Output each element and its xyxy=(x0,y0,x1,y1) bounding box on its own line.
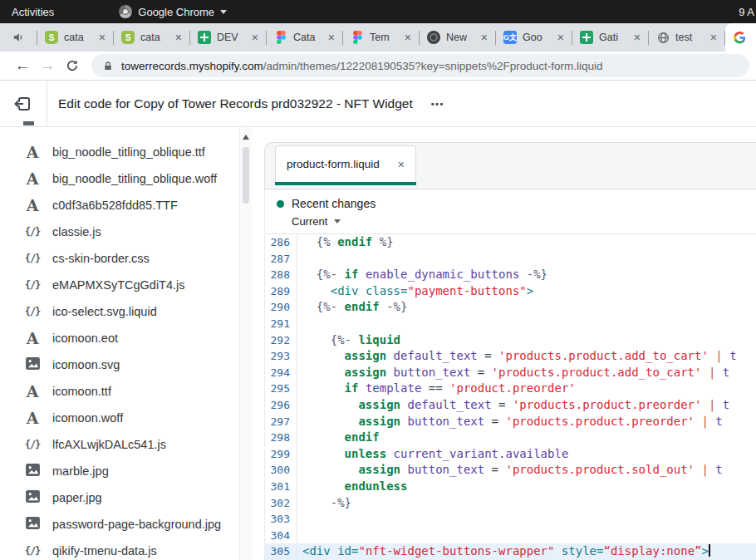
file-list-item[interactable]: marble.jpg xyxy=(0,458,252,484)
scroll-up-arrow-icon[interactable] xyxy=(243,135,249,140)
tab-close-button[interactable]: × xyxy=(710,32,717,43)
code-line[interactable]: 296 assign default_text = 'products.prod… xyxy=(265,397,756,414)
back-button[interactable]: ← xyxy=(10,53,35,78)
code-line-text[interactable]: {% endif %} xyxy=(297,234,756,251)
code-line[interactable]: 295 if template == 'product.preorder' xyxy=(265,381,756,397)
file-name: icomoon.woff xyxy=(52,411,123,425)
tab-close-button[interactable]: × xyxy=(481,32,488,43)
speaker-icon xyxy=(12,32,24,43)
google-favicon-icon xyxy=(733,31,746,44)
code-line[interactable]: 300 assign button_text = 'products.produ… xyxy=(265,462,756,479)
file-list-item[interactable]: paper.jpg xyxy=(0,484,252,511)
browser-tab-strip: S cata × S xyxy=(0,23,756,52)
browser-tab[interactable]: DEV × xyxy=(190,23,266,52)
code-line[interactable]: 293 assign default_text = 'products.prod… xyxy=(265,348,756,365)
file-list-item[interactable]: {/} ico-select.svg.liquid xyxy=(0,298,252,325)
code-line-text[interactable]: assign default_text = 'products.product.… xyxy=(297,397,756,414)
tab-close-button[interactable]: × xyxy=(175,32,182,43)
file-list-item[interactable]: A big_noodle_titling_oblique.woff xyxy=(0,165,252,192)
tab-close-button[interactable]: × xyxy=(252,32,258,43)
code-line-text[interactable]: <div class="payment-buttons"> xyxy=(297,283,756,300)
exit-code-editor-button[interactable] xyxy=(10,91,35,116)
sidebar-scrollbar[interactable] xyxy=(239,127,252,560)
code-line-text[interactable]: {%- liquid xyxy=(297,332,756,349)
file-list-item[interactable]: {/} classie.js xyxy=(0,219,252,245)
code-line[interactable]: 298 endif xyxy=(265,430,756,446)
code-line-text[interactable] xyxy=(297,528,756,544)
code-line-text[interactable]: {%- if enable_dynamic_buttons -%} xyxy=(297,267,756,283)
code-line-text[interactable] xyxy=(297,511,756,528)
code-line-text[interactable]: endunless xyxy=(297,479,756,495)
browser-tab[interactable]: × xyxy=(725,23,756,52)
file-list-item[interactable]: A icomoon.woff xyxy=(0,405,252,431)
file-list-item[interactable]: password-page-background.jpg xyxy=(0,511,252,538)
code-line[interactable]: 286 {% endif %} xyxy=(265,234,756,251)
tab-close-button[interactable]: × xyxy=(99,32,106,43)
code-line[interactable]: 303 xyxy=(265,511,756,528)
browser-tab[interactable]: Cata × xyxy=(267,23,342,52)
browser-tab[interactable]: test × xyxy=(649,23,724,52)
browser-tab[interactable]: S cata × xyxy=(114,23,189,52)
code-line-text[interactable]: assign default_text = 'products.product.… xyxy=(297,348,756,365)
file-list-item[interactable]: {/} cs-skin-border.css xyxy=(0,245,252,272)
code-line[interactable]: 289 <div class="payment-buttons"> xyxy=(265,283,756,300)
code-line-text[interactable]: if template == 'product.preorder' xyxy=(297,381,756,397)
browser-tab[interactable]: Gati × xyxy=(572,23,648,52)
file-list-item[interactable]: A big_noodle_titling_oblique.ttf xyxy=(0,139,252,165)
code-line[interactable]: 287 xyxy=(265,251,756,268)
line-number: 301 xyxy=(265,479,297,495)
file-list-item[interactable]: A c0df3a6b528fdd85.TTF xyxy=(0,192,252,219)
code-line[interactable]: 305 <div id="nft-widget-buttons-wrapper"… xyxy=(265,543,756,560)
address-bar[interactable]: towerrecords.myshopify.com/admin/themes/… xyxy=(91,54,749,77)
file-list-item[interactable]: A icomoon.ttf xyxy=(0,378,252,405)
more-actions-button[interactable]: ••• xyxy=(431,99,444,109)
code-line-text[interactable]: <div id="nft-widget-buttons-wrapper" sty… xyxy=(297,543,756,560)
code-line[interactable]: 292 {%- liquid xyxy=(265,332,756,349)
tab-close-button[interactable]: × xyxy=(634,32,641,43)
code-line[interactable]: 290 {%- endif -%} xyxy=(265,299,756,316)
browser-tab[interactable]: Tem × xyxy=(343,23,419,52)
code-line-text[interactable]: endif xyxy=(297,430,756,446)
code-line[interactable]: 299 unless current_variant.available xyxy=(265,446,756,463)
code-line[interactable]: 294 assign button_text = 'products.produ… xyxy=(265,365,756,381)
forward-button[interactable]: → xyxy=(35,53,60,78)
code-line-text[interactable] xyxy=(297,251,756,268)
version-selector[interactable]: Current xyxy=(292,215,366,228)
shopify-favicon-icon: S xyxy=(45,31,58,44)
code-line[interactable]: 302 -%} xyxy=(265,495,756,512)
code-editor[interactable]: 286 {% endif %} 287 288 {%- if enable_dy… xyxy=(264,234,756,560)
file-list-item[interactable]: A icomoon.eot xyxy=(0,325,252,351)
editor-file-tab[interactable]: product-form.liquid × xyxy=(275,145,416,182)
code-line-text[interactable]: {%- endif -%} xyxy=(297,299,756,316)
scrollbar-thumb[interactable] xyxy=(243,147,249,204)
tab-close-button[interactable]: × xyxy=(405,32,411,43)
activities-button[interactable]: Activities xyxy=(12,6,54,18)
code-line[interactable]: 291 xyxy=(265,316,756,332)
tab-close-button[interactable]: × xyxy=(328,32,335,43)
code-line[interactable]: 301 endunless xyxy=(265,479,756,495)
browser-tab[interactable]: S cata × xyxy=(37,23,113,52)
file-list-item[interactable]: {/} lfcAXLwjkDALc541.js xyxy=(0,431,252,458)
tab-close-button[interactable]: × xyxy=(557,32,564,43)
code-line-text[interactable]: assign button_text = 'products.product.p… xyxy=(297,414,756,430)
code-line-text[interactable] xyxy=(297,316,756,332)
browser-tab[interactable]: New × xyxy=(420,23,495,52)
app-menu-button[interactable]: Google Chrome xyxy=(119,5,227,18)
file-list-item[interactable]: icomoon.svg xyxy=(0,351,252,378)
code-line-text[interactable]: assign button_text = 'products.product.a… xyxy=(297,365,756,381)
file-list-item[interactable]: {/} qikify-tmenu-data.js xyxy=(0,538,252,560)
editor-tab-close-button[interactable]: × xyxy=(398,158,405,171)
reload-button[interactable] xyxy=(60,53,85,78)
code-line-text[interactable]: -%} xyxy=(297,495,756,512)
clock-indicator[interactable]: 9 A xyxy=(739,6,754,18)
tab-audio-indicator[interactable] xyxy=(0,32,37,43)
code-line-text[interactable]: assign button_text = 'products.product.s… xyxy=(297,462,756,479)
code-line[interactable]: 288 {%- if enable_dynamic_buttons -%} xyxy=(265,267,756,283)
code-line-text[interactable]: unless current_variant.available xyxy=(297,446,756,463)
code-line[interactable]: 297 assign button_text = 'products.produ… xyxy=(265,414,756,430)
exit-icon xyxy=(13,95,32,113)
file-list-item[interactable]: {/} eMAPMXSyTCgGdiT4.js xyxy=(0,272,252,298)
browser-tab[interactable]: G文 Goo × xyxy=(496,23,572,52)
font-file-icon: A xyxy=(27,198,39,214)
code-line[interactable]: 304 xyxy=(265,528,756,544)
